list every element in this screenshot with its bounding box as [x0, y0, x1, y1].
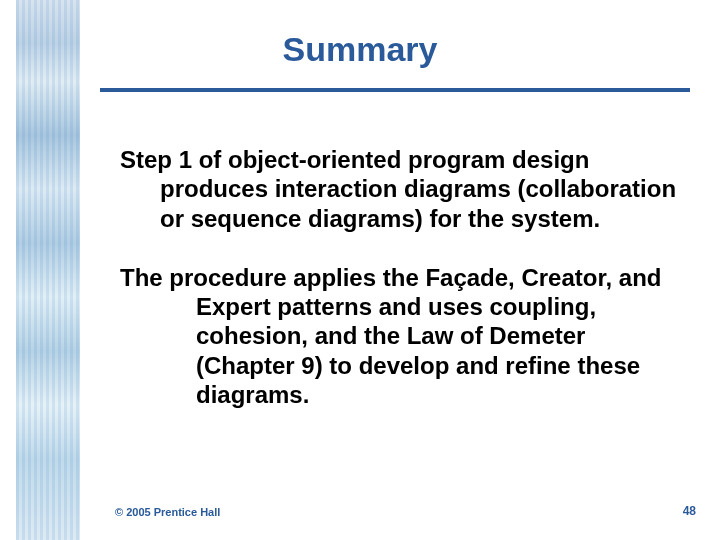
decorative-sidebar — [16, 0, 80, 540]
page-number: 48 — [683, 504, 696, 518]
paragraph-1: Step 1 of object-oriented program design… — [120, 145, 680, 233]
paragraph-2: The procedure applies the Façade, Creato… — [120, 263, 680, 409]
title-underline — [100, 88, 690, 92]
slide-body: Step 1 of object-oriented program design… — [120, 145, 680, 409]
slide-title: Summary — [0, 30, 720, 69]
copyright-text: © 2005 Prentice Hall — [115, 506, 220, 518]
